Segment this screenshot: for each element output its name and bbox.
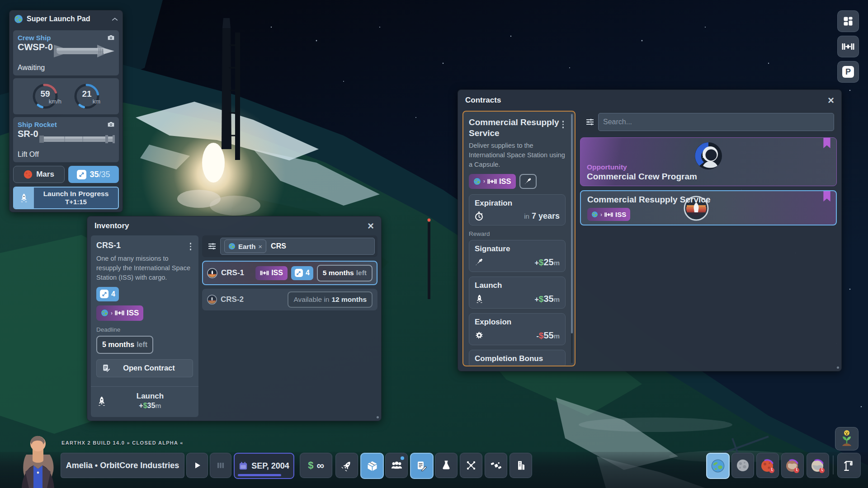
svg-text:x: x	[703, 154, 705, 159]
scrollbar-track[interactable]	[571, 114, 573, 363]
capacity-badge[interactable]: 35/35	[68, 166, 119, 183]
earth-icon	[473, 178, 481, 185]
date-button[interactable]: SEP, 2004	[234, 453, 294, 479]
camera-icon[interactable]	[107, 121, 115, 127]
kebab-menu-icon[interactable]	[188, 241, 193, 252]
deadline-label: Deadline	[96, 326, 193, 333]
search-query-input[interactable]	[270, 242, 371, 251]
fast-forward-button[interactable]	[210, 453, 231, 478]
contract-icon	[416, 460, 427, 471]
planet-mars-button[interactable]	[756, 453, 779, 478]
station-view-button[interactable]	[837, 36, 859, 57]
expiration-label: Expiration	[475, 199, 560, 208]
life-sprout-button[interactable]	[835, 427, 859, 450]
network-button[interactable]	[460, 453, 482, 478]
deadline-chip: 5 months left	[96, 336, 153, 354]
overlay-toggle-button[interactable]	[837, 10, 859, 32]
contracts-title: Contracts	[465, 96, 501, 105]
iss-icon	[260, 270, 269, 276]
deadline-value: 5 months	[102, 341, 134, 349]
inventory-search-input[interactable]: Earth ×	[220, 238, 375, 255]
resize-handle[interactable]	[377, 416, 379, 418]
card-tag: Opportunity	[587, 163, 627, 171]
launch-progress-timer: T+1:15	[65, 198, 87, 206]
mars-icon	[760, 457, 776, 474]
pale-planet-icon	[810, 457, 826, 474]
distant-tower	[428, 219, 431, 299]
inventory-search-row: Earth ×	[202, 235, 377, 257]
game-viewport: Super Launch Pad Crew Ship CWSP-0 Awaiti…	[0, 0, 868, 488]
company-button[interactable]	[509, 453, 532, 478]
ship-rocket-card[interactable]: Ship Rocket SR-0 Lift Off	[13, 117, 119, 162]
destination-label: Mars	[36, 170, 54, 179]
close-icon[interactable]: ×	[828, 95, 834, 106]
reward-launch-card: Launch +$35m	[469, 277, 566, 309]
contracts-button[interactable]	[410, 453, 434, 479]
route-chip: › ISS	[469, 174, 516, 189]
crew-button[interactable]	[385, 453, 408, 478]
search-filter-chip[interactable]: Earth ×	[224, 239, 266, 253]
crew-ship-name: CWSP-0	[18, 42, 114, 52]
crew-icon	[391, 461, 403, 470]
mission-row-crs1[interactable]: CRS-1 ISS 4 5 months left	[202, 261, 377, 285]
mission-patch-icon	[207, 295, 217, 305]
capacity-current: 35	[90, 170, 99, 179]
contracts-search-row	[580, 111, 837, 133]
contract-icon	[102, 364, 111, 372]
launch-footer-button[interactable]: Launch +$35m	[91, 386, 198, 412]
signature-pen-button[interactable]	[519, 174, 537, 189]
earth-icon	[101, 309, 108, 317]
completion-bonus-card: Completion Bonus	[469, 350, 566, 366]
inventory-button[interactable]	[360, 453, 384, 479]
capacity-total: /35	[99, 170, 110, 179]
kebab-menu-icon[interactable]	[561, 119, 566, 130]
grid-layout-icon	[843, 16, 854, 27]
camera-icon[interactable]	[107, 34, 115, 41]
ship-rocket-type: Ship Rocket	[18, 121, 114, 128]
filter-icon[interactable]	[208, 242, 217, 250]
play-button[interactable]	[186, 453, 208, 478]
ship-rocket-status: Lift Off	[18, 150, 39, 159]
contracts-search-input[interactable]	[598, 113, 834, 131]
bookmark-icon[interactable]	[823, 191, 831, 202]
crew-ship-type: Crew Ship	[18, 34, 114, 42]
planet-pale-button[interactable]	[807, 453, 829, 478]
earth-icon	[14, 14, 23, 23]
speed-gauge: 59 km/h	[31, 82, 60, 111]
altitude-value: 21	[72, 89, 101, 99]
earth-icon	[591, 211, 598, 218]
construction-button[interactable]	[837, 453, 861, 478]
chip-remove-icon[interactable]: ×	[258, 243, 262, 250]
mission-patch-icon	[207, 268, 217, 278]
planet-brown-button[interactable]	[781, 453, 804, 478]
rocket-icon	[475, 294, 484, 304]
mission-row-crs2[interactable]: CRS-2 Available in 12 months	[202, 289, 377, 310]
planet-moon-button[interactable]	[731, 453, 754, 478]
planet-earth-button[interactable]	[706, 453, 730, 479]
route-chip: › ISS	[587, 208, 630, 221]
player-avatar[interactable]	[17, 433, 59, 488]
satellites-button[interactable]	[485, 453, 507, 478]
mission-row-name: CRS-2	[221, 295, 244, 304]
search-input[interactable]	[602, 117, 830, 127]
inventory-detail-card: CRS-1 One of many missions to resupply t…	[91, 235, 198, 417]
bookmark-icon[interactable]	[823, 138, 831, 149]
crew-program-emblem: x	[693, 141, 724, 171]
open-contract-button[interactable]: Open Contract	[96, 359, 193, 377]
research-button[interactable]	[435, 453, 458, 478]
chevron-up-icon[interactable]	[112, 17, 118, 21]
pad-view-button[interactable]: P	[837, 61, 859, 83]
altitude-unit: km	[93, 98, 100, 105]
contract-card-crew-program[interactable]: x Opportunity Commercial Crew Program	[580, 137, 837, 186]
iss-icon	[115, 310, 124, 316]
crew-ship-card[interactable]: Crew Ship CWSP-0 Awaiting	[13, 30, 119, 75]
filter-icon[interactable]	[585, 118, 594, 126]
rockets-button[interactable]	[335, 453, 358, 478]
destination-chip[interactable]: Mars	[13, 166, 65, 183]
close-icon[interactable]: ×	[368, 221, 374, 231]
reward-signature-card: Signature +$25m	[469, 240, 566, 272]
reward-section-label: Reward	[469, 230, 566, 237]
scrollbar-thumb[interactable]	[571, 114, 573, 333]
resize-handle[interactable]	[837, 366, 839, 369]
contract-card-resupply[interactable]: Commercial Resupply Service › ISS	[580, 190, 837, 225]
